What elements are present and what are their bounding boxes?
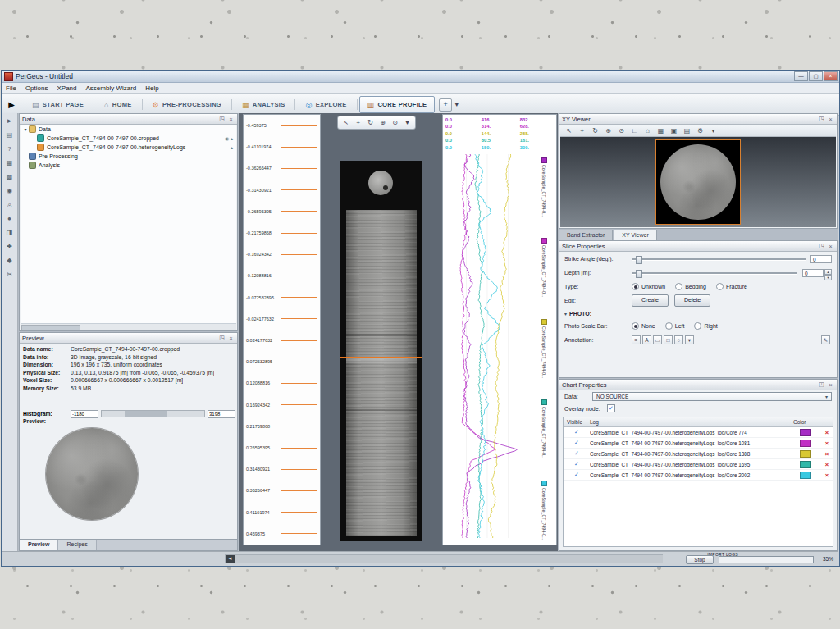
overlay-mode-checkbox[interactable]: ✓ [607,404,615,412]
menu-item[interactable]: XPand [57,84,76,92]
tab-band-extractor[interactable]: Band Extractor [559,230,613,240]
menu-item[interactable]: Options [25,84,48,92]
data-source-dropdown[interactable]: NO SOURCE ▾ [592,392,832,401]
magnifier-icon[interactable]: ⊙ [390,119,399,126]
volume-render-icon[interactable]: ▩ [4,171,16,182]
collapse-caret-icon[interactable]: ▾ [564,311,567,317]
depth-value[interactable]: 0 [802,269,824,277]
close-icon[interactable]: × [827,244,834,249]
radio-bedding[interactable] [675,283,682,290]
tab-analysis[interactable]: ▦ ANALYSIS [234,96,293,113]
tab-home[interactable]: ⌂ HOME [96,96,139,113]
log-table-row[interactable]: ✓ CoreSample_CT_7494-00-7497-00.heteroge… [564,438,833,449]
help-icon[interactable]: ? [4,144,16,154]
tree-item-toggle-icons[interactable]: ▴ [231,144,233,150]
radio-right[interactable] [694,322,701,330]
log-delete-button[interactable]: × [821,461,833,468]
run-button[interactable]: ▶ [6,99,17,111]
radio-none[interactable] [632,322,639,330]
radio-unknown-label[interactable]: Unknown [641,284,665,289]
radio-bedding-label[interactable]: Bedding [685,284,706,289]
tree-item[interactable]: CoreSample_CT_7494-00-7497-00.heterogene… [21,143,236,152]
pin-icon[interactable]: ◳ [818,381,825,388]
log-delete-button[interactable]: × [821,429,833,436]
tab-xy-viewer[interactable]: XY Viewer [614,230,656,240]
run-icon[interactable]: ► [4,116,16,126]
histogram-icon[interactable]: ▦ [4,157,16,168]
current-slice-marker[interactable] [340,357,422,358]
menu-item[interactable]: Help [145,84,158,92]
slider-handle[interactable] [636,270,642,278]
slider-handle[interactable] [636,256,642,264]
tab-preview[interactable]: Preview [20,540,58,550]
log-color-swatch[interactable] [800,440,811,447]
log-color-swatch[interactable] [800,472,811,479]
ortho-view-icon[interactable]: ▦ [656,127,665,134]
histogram-max-input[interactable] [208,410,235,418]
log-visible-checkbox[interactable]: ✓ [564,450,590,457]
xy-viewer-viewport[interactable] [560,137,836,227]
pin-icon[interactable]: ◳ [218,335,226,341]
core-ct-image[interactable] [346,210,417,536]
tree-expander-icon[interactable]: ▾ [22,126,29,132]
radio-fracture-label[interactable]: Fracture [726,284,747,289]
close-button[interactable]: × [824,71,838,81]
annotation-circle-button[interactable]: ○ [674,335,683,344]
tree-item[interactable]: Pre-Processing [21,152,236,161]
histogram-range-selection[interactable] [125,411,168,417]
column-color[interactable]: Color [793,419,833,425]
notebook-icon[interactable]: ▤ [4,130,16,140]
zoom-icon[interactable]: ⊕ [604,127,613,134]
log-table-row[interactable]: ✓ CoreSample_CT_7494-00-7497-00.heteroge… [564,459,833,470]
radio-fracture[interactable] [716,283,724,290]
log-table-row[interactable]: ✓ CoreSample_CT_7494-00-7497-00.heteroge… [564,470,833,481]
tree-item[interactable]: Analysis [21,161,236,170]
toolbar-dropdown-icon[interactable]: ▾ [403,119,412,126]
log-visible-checkbox[interactable]: ✓ [564,440,590,446]
menu-item[interactable]: Assembly Wizard [86,84,137,92]
tab-core-profile[interactable]: ▥ CORE PROFILE [359,96,436,113]
registration-icon[interactable]: ✚ [4,241,16,252]
minimize-button[interactable]: — [794,71,808,81]
column-log[interactable]: Log [590,419,793,425]
tab-recipes[interactable]: Recipes [58,540,96,550]
filter-icon[interactable]: ◬ [4,199,16,210]
pin-icon[interactable]: ◳ [218,116,226,122]
edit-annotation-button[interactable]: ✎ [821,335,830,344]
delete-button[interactable]: Delete [674,294,710,307]
material-icon[interactable]: ◆ [4,255,16,266]
spin-up-icon[interactable]: ▲ [824,269,832,275]
log-delete-button[interactable]: × [821,440,833,447]
tab-start-page[interactable]: ▤ START PAGE [24,96,92,113]
radio-unknown[interactable] [632,283,639,290]
log-delete-button[interactable]: × [821,472,833,479]
layers-icon[interactable]: ▤ [682,127,692,134]
add-workspace-button[interactable]: + [439,98,452,112]
annotation-rect-button[interactable]: ▭ [653,335,662,344]
close-icon[interactable]: × [827,116,834,122]
close-icon[interactable]: × [827,382,834,388]
log-visible-checkbox[interactable]: ✓ [564,461,590,467]
snapshot-icon[interactable]: ▣ [669,127,678,134]
scrollbar-thumb[interactable] [21,325,80,330]
log-visible-checkbox[interactable]: ✓ [564,472,590,478]
depth-slider[interactable] [632,269,797,277]
radio-none-label[interactable]: None [641,323,655,329]
maximize-button[interactable]: ▢ [809,71,823,81]
tab-pre-processing[interactable]: ⚙ PRE-PROCESSING [144,96,231,113]
settings-icon[interactable]: ⚙ [696,127,705,134]
tree-item-toggle-icons[interactable]: ◉ ▴ [225,135,233,141]
radio-right-label[interactable]: Right [704,323,717,329]
annotation-text-button[interactable]: ≡ [632,335,641,344]
close-icon[interactable]: × [227,335,235,341]
scroll-left-icon[interactable]: ◄ [226,555,235,563]
radio-left[interactable] [665,322,673,330]
close-icon[interactable]: × [227,116,235,122]
log-chart-plot[interactable] [445,154,529,538]
tree-item[interactable]: ▾ Data [21,125,236,134]
measure-icon[interactable]: ∟ [630,127,639,134]
log-table-row[interactable]: ✓ CoreSample_CT_7494-00-7497-00.heteroge… [564,449,833,459]
pin-icon[interactable]: ◳ [818,243,825,249]
zoom-icon[interactable]: ⊕ [378,119,387,126]
depth-spinner[interactable]: ▲▼ [824,269,832,277]
